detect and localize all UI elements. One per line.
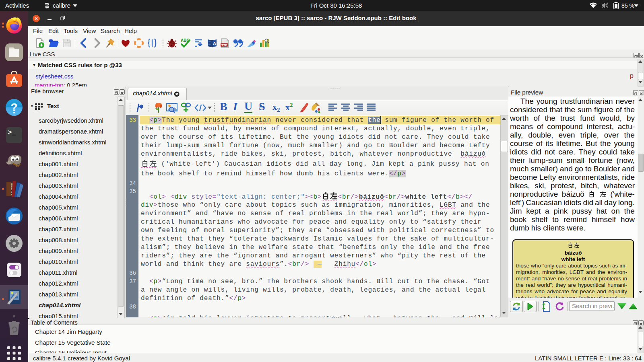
svg-text:A: A: [213, 41, 216, 46]
svg-text:>_: >_: [8, 129, 16, 136]
svg-text:?: ?: [10, 101, 17, 113]
svg-text:TTF: TTF: [221, 43, 227, 47]
